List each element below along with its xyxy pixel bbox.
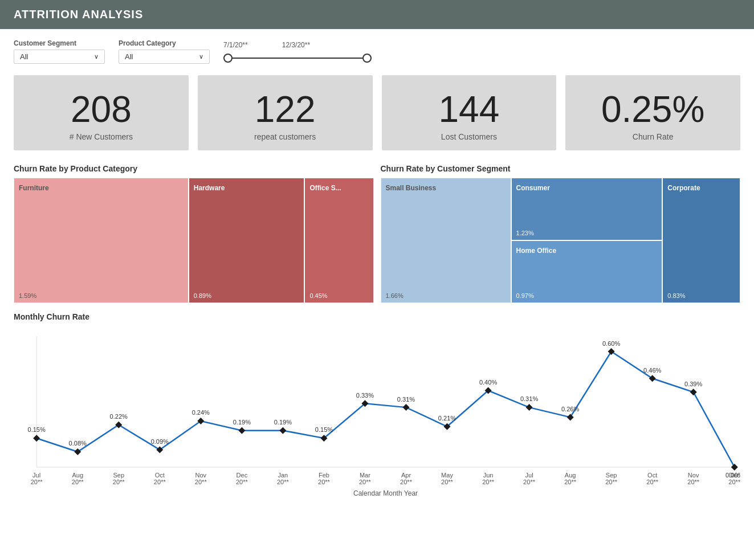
office-value: 0.45% <box>309 292 368 299</box>
svg-text:0.15%: 0.15% <box>315 426 333 433</box>
svg-text:Feb: Feb <box>319 472 329 479</box>
svg-text:Dec: Dec <box>237 472 248 479</box>
churn-by-segment-treemap: Small Business 1.66% Consumer 1.23% Home… <box>381 178 741 303</box>
treemap-office[interactable]: Office S... 0.45% <box>305 178 373 303</box>
svg-text:20**: 20** <box>482 479 495 485</box>
svg-text:20**: 20** <box>359 479 372 485</box>
date-range-filter: 7/1/20** 12/3/20** <box>223 41 372 64</box>
churn-by-segment-section: Churn Rate by Customer Segment Small Bus… <box>381 164 741 303</box>
data-points <box>33 348 738 471</box>
kpi-churn-rate-value: 0.25% <box>601 91 704 128</box>
svg-text:Sep: Sep <box>113 472 124 479</box>
treemap-hardware[interactable]: Hardware 0.89% <box>189 178 304 303</box>
charts-row: Churn Rate by Product Category Furniture… <box>0 160 754 308</box>
slider-thumb-right[interactable] <box>362 54 372 63</box>
customer-segment-label: Customer Segment <box>14 39 105 47</box>
kpi-repeat-customers-value: 122 <box>255 91 316 128</box>
slider-thumb-left[interactable] <box>223 54 233 63</box>
kpi-lost-customers-value: 144 <box>438 91 499 128</box>
svg-text:Calendar Month Year: Calendar Month Year <box>353 489 418 497</box>
svg-marker-18 <box>690 389 697 395</box>
page-title: ATTRITION ANALYSIS <box>14 8 143 21</box>
churn-by-segment-title: Churn Rate by Customer Segment <box>381 164 741 173</box>
svg-marker-8 <box>279 427 286 434</box>
svg-text:20**: 20** <box>195 479 207 485</box>
treemap-consumer[interactable]: Consumer 1.23% <box>512 178 662 240</box>
svg-text:20**: 20** <box>72 479 84 485</box>
x-axis-labels: Jul20** Aug20** Sep20** Oct20** Nov20** … <box>31 472 740 497</box>
svg-text:0.15%: 0.15% <box>28 426 46 433</box>
churn-line <box>36 351 735 467</box>
chevron-down-icon: ∨ <box>94 53 99 60</box>
treemap-corporate[interactable]: Corporate 0.83% <box>663 178 740 303</box>
treemap-homeoffice[interactable]: Home Office 0.97% <box>512 241 662 303</box>
svg-marker-2 <box>33 435 40 442</box>
consumer-label: Consumer <box>516 182 658 192</box>
product-category-value: All <box>125 52 133 61</box>
date-start-label: 7/1/20** <box>223 41 248 49</box>
svg-text:20**: 20** <box>31 479 43 485</box>
svg-text:20**: 20** <box>441 479 454 485</box>
svg-text:0.40%: 0.40% <box>479 379 498 386</box>
svg-text:20**: 20** <box>564 479 577 485</box>
corporate-value: 0.83% <box>667 292 735 299</box>
svg-text:20**: 20** <box>646 479 659 485</box>
svg-text:Oct: Oct <box>647 472 657 479</box>
svg-text:Aug: Aug <box>72 472 83 479</box>
consumer-wrap: Consumer 1.23% Home Office 0.97% <box>512 178 662 303</box>
svg-text:0.46%: 0.46% <box>643 367 662 374</box>
svg-text:20**: 20** <box>113 479 125 485</box>
slider-track-line <box>223 58 372 59</box>
svg-text:20**: 20** <box>318 479 331 485</box>
svg-text:0.08%: 0.08% <box>69 440 87 447</box>
svg-text:Jul: Jul <box>525 472 533 479</box>
kpi-lost-customers: 144 Lost Customers <box>382 75 557 150</box>
furniture-label: Furniture <box>19 182 184 192</box>
svg-text:20**: 20** <box>687 479 700 485</box>
churn-by-product-title: Churn Rate by Product Category <box>14 164 374 173</box>
svg-text:May: May <box>441 472 453 479</box>
chevron-down-icon-2: ∨ <box>199 53 203 60</box>
kpi-repeat-customers: 122 repeat customers <box>198 75 373 150</box>
smallbiz-label: Small Business <box>386 182 506 192</box>
svg-text:20**: 20** <box>400 479 413 485</box>
line-chart-svg: 0.15% 0.08% 0.22% 0.09% 0.24% 0.19% 0.19… <box>14 330 740 501</box>
svg-text:0.31%: 0.31% <box>520 395 539 402</box>
svg-text:0.21%: 0.21% <box>438 415 457 422</box>
page: ATTRITION ANALYSIS Customer Segment All … <box>0 0 754 560</box>
svg-text:Dec: Dec <box>729 472 740 479</box>
treemap-smallbiz[interactable]: Small Business 1.66% <box>381 178 511 303</box>
svg-text:0.24%: 0.24% <box>192 409 210 416</box>
customer-segment-value: All <box>20 52 28 61</box>
svg-text:Apr: Apr <box>401 472 411 479</box>
header: ATTRITION ANALYSIS <box>0 0 754 29</box>
svg-text:0.09%: 0.09% <box>151 438 169 445</box>
homeoffice-value: 0.97% <box>516 292 658 299</box>
svg-text:Jun: Jun <box>483 472 494 479</box>
svg-text:Nov: Nov <box>195 472 206 479</box>
svg-text:Aug: Aug <box>565 472 576 479</box>
svg-text:Jul: Jul <box>32 472 40 479</box>
smallbiz-value: 1.66% <box>386 292 506 299</box>
date-range-slider[interactable] <box>223 52 372 64</box>
point-labels: 0.15% 0.08% 0.22% 0.09% 0.24% 0.19% 0.19… <box>28 340 740 479</box>
churn-by-product-section: Churn Rate by Product Category Furniture… <box>14 164 374 303</box>
kpi-new-customers-label: # New Customers <box>70 132 133 141</box>
svg-text:0.31%: 0.31% <box>397 396 415 403</box>
customer-segment-select[interactable]: All ∨ <box>14 50 105 64</box>
treemap-furniture[interactable]: Furniture 1.59% <box>14 178 188 303</box>
svg-text:20**: 20** <box>236 479 248 485</box>
corporate-label: Corporate <box>667 182 735 192</box>
furniture-value: 1.59% <box>19 292 184 299</box>
consumer-value: 1.23% <box>516 230 658 236</box>
filters-row: Customer Segment All ∨ Product Category … <box>0 29 754 71</box>
kpi-row: 208 # New Customers 122 repeat customers… <box>0 71 754 160</box>
svg-marker-14 <box>526 404 533 411</box>
product-category-select[interactable]: All ∨ <box>119 50 210 64</box>
svg-marker-11 <box>402 404 409 411</box>
kpi-new-customers: 208 # New Customers <box>14 75 189 150</box>
svg-text:Jan: Jan <box>278 472 288 479</box>
churn-by-product-treemap: Furniture 1.59% Hardware 0.89% Office S.… <box>14 178 374 303</box>
office-label: Office S... <box>309 182 368 192</box>
svg-text:Oct: Oct <box>155 472 165 479</box>
